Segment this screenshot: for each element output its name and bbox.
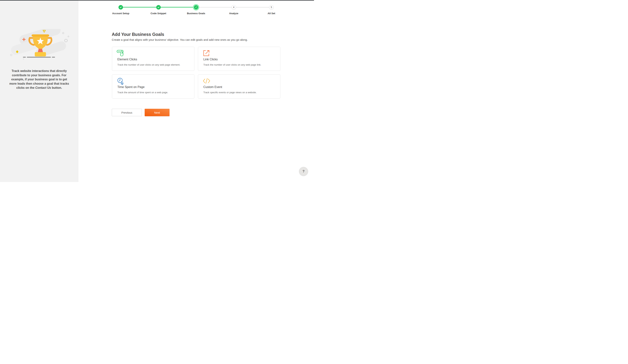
link-clicks-icon: [203, 49, 210, 57]
goal-description: Track the amount of time spent on a web …: [117, 91, 168, 94]
sidebar-description: Track website interactions that directly…: [8, 69, 70, 90]
goal-card-custom-event[interactable]: Custom Event Track specific events or pa…: [198, 74, 280, 99]
goal-title: Link Clicks: [203, 58, 218, 61]
element-clicks-icon: [117, 49, 124, 57]
pencil-icon: [195, 6, 197, 8]
goal-title: Time Spent on Page: [117, 85, 145, 89]
wizard-stepper: 4 5 Account Setup Code Snippet Business …: [102, 0, 291, 17]
question-mark-icon: ?: [303, 169, 305, 173]
sidebar: Track website interactions that directly…: [0, 0, 78, 182]
time-spent-icon: [117, 77, 125, 85]
check-icon: [157, 5, 160, 9]
goal-title: Custom Event: [203, 85, 222, 89]
page-subtitle: Create a goal that aligns with your busi…: [112, 38, 248, 41]
step-label-analyze: Analyze: [218, 12, 250, 15]
step-label-all-set: All Set: [255, 12, 287, 15]
next-button[interactable]: Next: [145, 109, 169, 116]
custom-event-icon: [203, 77, 210, 85]
step-circle-business-goals[interactable]: [193, 4, 199, 10]
active-step-inner-circle: [194, 5, 198, 9]
goal-description: Track the number of user clicks on any w…: [117, 63, 180, 66]
step-label-code-snippet: Code Snippet: [143, 12, 174, 15]
onboarding-wizard: Track website interactions that directly…: [0, 0, 314, 182]
step-circle-account-setup[interactable]: [119, 5, 123, 9]
previous-button[interactable]: Previous: [112, 109, 142, 116]
goal-description: Track the number of user clicks on any w…: [203, 63, 261, 66]
help-button[interactable]: ?: [299, 167, 308, 176]
check-icon: [119, 5, 122, 9]
step-circle-analyze: 4: [232, 5, 236, 9]
goal-card-element-clicks[interactable]: Element Clicks Track the number of user …: [112, 47, 194, 71]
sidebar-description-tail: button.: [51, 86, 62, 89]
step-circle-all-set: 5: [269, 5, 274, 9]
goal-description: Track specific events or page views on a…: [203, 91, 257, 94]
page-title: Add Your Business Goals: [112, 32, 164, 37]
trophy-illustration: [7, 29, 71, 60]
step-number: 5: [271, 6, 272, 8]
step-number: 4: [233, 6, 234, 8]
goal-title: Element Clicks: [117, 58, 137, 61]
goal-card-time-spent[interactable]: Time Spent on Page Track the amount of t…: [112, 74, 194, 99]
step-label-account-setup: Account Setup: [105, 12, 137, 15]
goal-card-link-clicks[interactable]: Link Clicks Track the number of user cli…: [198, 47, 280, 71]
sidebar-description-italic: Contact Us: [35, 86, 51, 89]
step-label-business-goals: Business Goals: [180, 12, 212, 15]
step-circle-code-snippet[interactable]: [156, 5, 161, 9]
